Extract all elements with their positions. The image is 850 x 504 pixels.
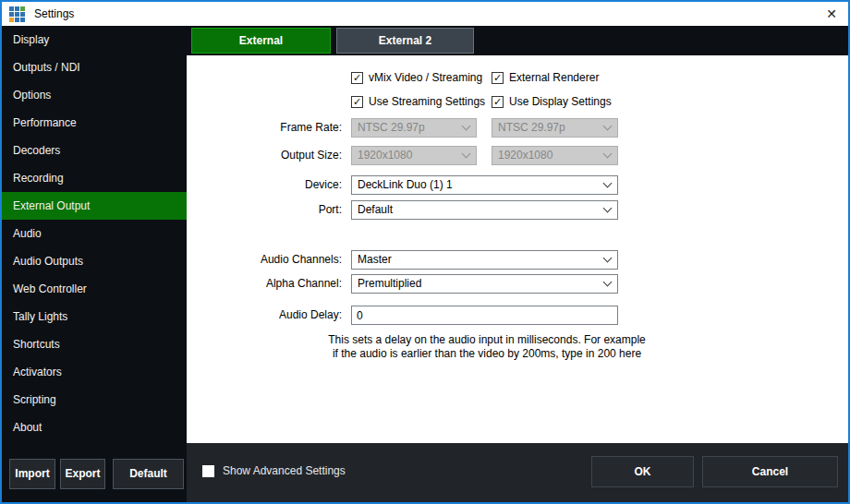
tab-external-2[interactable]: External 2 xyxy=(336,28,474,54)
frame-rate-value-2: NTSC 29.97p xyxy=(498,119,604,137)
import-button[interactable]: Import xyxy=(9,459,55,489)
use-display-settings-checkbox[interactable]: ✓ Use Display Settings xyxy=(492,95,612,108)
audio-channels-select[interactable]: Master xyxy=(351,250,618,270)
chevron-down-icon xyxy=(603,278,613,287)
sidebar-item-activators[interactable]: Activators xyxy=(2,358,187,386)
export-button[interactable]: Export xyxy=(60,459,105,489)
chevron-down-icon xyxy=(462,122,471,131)
device-row: Device: DeckLink Duo (1) 1 xyxy=(187,175,848,195)
frame-rate-value-1: NTSC 29.97p xyxy=(358,119,463,137)
checkbox-check-icon[interactable]: ✓ xyxy=(492,72,504,84)
settings-sidebar: Display Outputs / NDI Options Performanc… xyxy=(2,26,187,502)
use-streaming-settings-label: Use Streaming Settings xyxy=(369,95,485,108)
frame-rate-select-1[interactable]: NTSC 29.97p xyxy=(351,118,477,138)
sidebar-item-tally-lights[interactable]: Tally Lights xyxy=(2,303,187,330)
sidebar-item-options[interactable]: Options xyxy=(2,81,187,109)
title-bar: Settings ✕ xyxy=(2,2,848,26)
audio-channels-row: Audio Channels: Master xyxy=(187,250,848,270)
main-panel: External External 2 ✓ vMix Video / Strea… xyxy=(187,26,848,502)
vmix-logo-icon xyxy=(9,6,25,22)
alpha-channel-label: Alpha Channel: xyxy=(187,274,342,294)
ok-button[interactable]: OK xyxy=(591,456,694,487)
port-value: Default xyxy=(358,201,604,219)
alpha-channel-row: Alpha Channel: Premultiplied xyxy=(187,274,848,294)
sidebar-item-about[interactable]: About xyxy=(2,414,187,441)
use-display-settings-label: Use Display Settings xyxy=(509,95,612,108)
audio-channels-value: Master xyxy=(358,251,604,269)
window-body: Display Outputs / NDI Options Performanc… xyxy=(2,26,848,502)
use-streaming-settings-checkbox[interactable]: ✓ Use Streaming Settings xyxy=(351,95,485,108)
audio-delay-label: Audio Delay: xyxy=(187,306,342,325)
output-size-row: Output Size: 1920x1080 1920x1080 xyxy=(187,146,848,165)
sidebar-item-audio[interactable]: Audio xyxy=(2,220,187,247)
device-value: DeckLink Duo (1) 1 xyxy=(358,176,604,194)
output-size-select-2[interactable]: 1920x1080 xyxy=(492,146,618,165)
frame-rate-row: Frame Rate: NTSC 29.97p NTSC 29.97p xyxy=(187,118,848,138)
show-advanced-settings-checkbox[interactable]: Show Advanced Settings xyxy=(202,464,346,477)
device-select[interactable]: DeckLink Duo (1) 1 xyxy=(351,175,618,195)
chevron-down-icon xyxy=(603,122,613,131)
frame-rate-select-2[interactable]: NTSC 29.97p xyxy=(492,118,618,138)
chevron-down-icon xyxy=(603,150,613,159)
sidebar-item-decoders[interactable]: Decoders xyxy=(2,137,187,164)
sidebar-item-performance[interactable]: Performance xyxy=(2,109,187,137)
vmix-video-streaming-label: vMix Video / Streaming xyxy=(369,71,482,84)
dialog-footer: Show Advanced Settings OK Cancel xyxy=(187,443,848,502)
chevron-down-icon xyxy=(603,204,613,213)
close-icon[interactable]: ✕ xyxy=(826,5,837,23)
external-renderer-checkbox[interactable]: ✓ External Renderer xyxy=(492,71,599,84)
port-select[interactable]: Default xyxy=(351,200,618,220)
output-size-label: Output Size: xyxy=(187,146,342,165)
alpha-channel-select[interactable]: Premultiplied xyxy=(351,274,618,294)
output-size-value-1: 1920x1080 xyxy=(358,147,463,164)
output-size-select-1[interactable]: 1920x1080 xyxy=(351,146,477,165)
audio-delay-input[interactable] xyxy=(351,306,618,325)
settings-window: Settings ✕ Display Outputs / NDI Options… xyxy=(0,0,850,504)
port-label: Port: xyxy=(187,200,342,220)
vmix-video-streaming-checkbox[interactable]: ✓ vMix Video / Streaming xyxy=(351,71,482,84)
chevron-down-icon xyxy=(462,150,471,159)
show-advanced-settings-label: Show Advanced Settings xyxy=(223,464,346,477)
sidebar-item-outputs-ndi[interactable]: Outputs / NDI xyxy=(2,54,187,81)
sidebar-item-audio-outputs[interactable]: Audio Outputs xyxy=(2,247,187,275)
sidebar-item-recording[interactable]: Recording xyxy=(2,164,187,192)
output-size-value-2: 1920x1080 xyxy=(498,147,604,164)
chevron-down-icon xyxy=(603,254,613,263)
sidebar-item-shortcuts[interactable]: Shortcuts xyxy=(2,330,187,358)
checkbox-check-icon[interactable]: ✓ xyxy=(492,96,504,108)
cancel-button[interactable]: Cancel xyxy=(702,456,838,487)
sidebar-item-web-controller[interactable]: Web Controller xyxy=(2,275,187,303)
device-label: Device: xyxy=(187,175,342,195)
window-title: Settings xyxy=(34,7,74,20)
checkbox-unchecked-icon[interactable] xyxy=(202,465,214,477)
sidebar-item-scripting[interactable]: Scripting xyxy=(2,386,187,414)
tab-bar: External External 2 xyxy=(187,26,848,55)
external-output-panel: ✓ vMix Video / Streaming ✓ External Rend… xyxy=(187,55,848,443)
sidebar-item-external-output[interactable]: External Output xyxy=(2,192,187,220)
sidebar-item-display[interactable]: Display xyxy=(2,26,187,54)
audio-delay-help-text: This sets a delay on the audio input in … xyxy=(325,333,649,361)
checkbox-check-icon[interactable]: ✓ xyxy=(351,72,363,84)
port-row: Port: Default xyxy=(187,200,848,220)
default-button[interactable]: Default xyxy=(113,459,184,489)
audio-delay-row: Audio Delay: xyxy=(187,306,848,325)
frame-rate-label: Frame Rate: xyxy=(187,118,342,138)
checkbox-check-icon[interactable]: ✓ xyxy=(351,96,363,108)
tab-external[interactable]: External xyxy=(191,28,331,54)
external-renderer-label: External Renderer xyxy=(509,71,599,84)
chevron-down-icon xyxy=(603,179,613,188)
audio-channels-label: Audio Channels: xyxy=(187,250,342,270)
alpha-channel-value: Premultiplied xyxy=(358,275,604,293)
